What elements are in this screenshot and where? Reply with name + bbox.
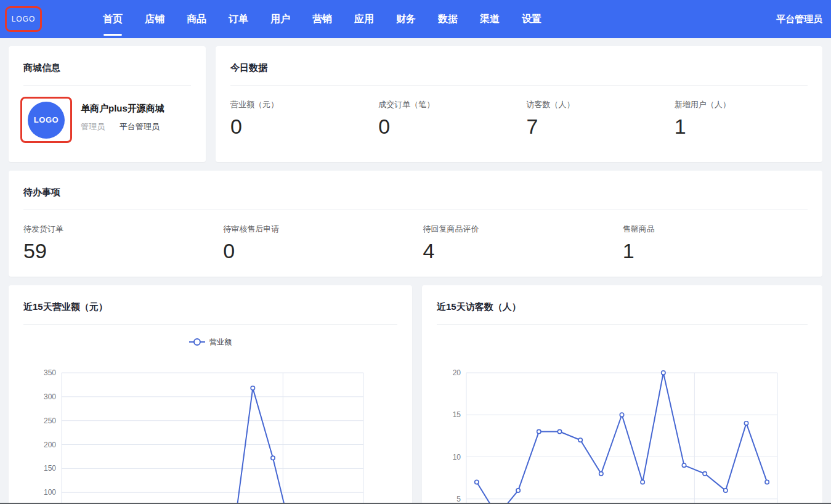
current-user-menu[interactable]: 平台管理员 (776, 0, 822, 38)
shop-logo: LOGO (28, 102, 65, 139)
divider (437, 324, 808, 325)
svg-text:350: 350 (44, 368, 56, 377)
stat-value: 1 (675, 116, 822, 137)
svg-text:5: 5 (456, 495, 461, 503)
stat-soldout-goods: 售罄商品 1 (623, 224, 822, 261)
nav-item-settings[interactable]: 设置 (522, 0, 541, 38)
app-logo[interactable]: LOGO (12, 15, 36, 23)
svg-text:20: 20 (453, 368, 461, 377)
nav-item-apps[interactable]: 应用 (354, 0, 374, 38)
role-value: 平台管理员 (120, 122, 160, 131)
shop-role-row: 管理员 平台管理员 (81, 121, 160, 132)
stat-value: 0 (378, 116, 526, 137)
legend-label: 营业额 (209, 337, 232, 348)
stat-orders: 成交订单（笔） 0 (378, 100, 526, 137)
visitors-chart-card: 近15天访客数（人） 05101520 (422, 285, 822, 504)
nav-item-goods[interactable]: 商品 (187, 0, 206, 38)
stat-label: 成交订单（笔） (378, 100, 526, 109)
todo-title: 待办事项 (9, 171, 822, 197)
stat-label: 营业额（元） (230, 100, 378, 109)
stat-value: 0 (223, 240, 423, 261)
stat-new-users: 新增用户（人） 1 (675, 100, 822, 137)
stat-value: 7 (527, 116, 675, 137)
nav-item-finance[interactable]: 财务 (396, 0, 416, 38)
turnover-chart-card: 近15天营业额（元） 营业额 050100150200250300350 (9, 285, 412, 504)
turnover-line-chart: 050100150200250300350 (9, 285, 412, 504)
role-label: 管理员 (81, 122, 105, 131)
nav-item-users[interactable]: 用户 (270, 0, 290, 38)
divider (23, 209, 808, 210)
svg-text:250: 250 (44, 417, 56, 425)
stat-visitors: 访客数（人） 7 (527, 100, 675, 137)
stat-label: 访客数（人） (527, 100, 675, 109)
today-stats: 营业额（元） 0 成交订单（笔） 0 访客数（人） 7 新增用户（人） 1 (216, 100, 822, 137)
chart-legend[interactable]: 营业额 (9, 336, 412, 348)
main-nav: 首页 店铺 商品 订单 用户 营销 应用 财务 数据 渠道 设置 (103, 0, 541, 38)
annotation-box-logo: LOGO (5, 6, 42, 32)
today-data-card: 今日数据 营业额（元） 0 成交订单（笔） 0 访客数（人） 7 新增用户（人）… (216, 46, 822, 162)
svg-text:10: 10 (453, 453, 461, 461)
shop-name: 单商户plus开源商城 (81, 103, 164, 115)
annotation-box-shop-logo: LOGO (20, 97, 72, 143)
stat-value: 1 (623, 240, 822, 261)
stat-label: 待发货订单 (23, 224, 223, 234)
svg-text:150: 150 (44, 464, 56, 473)
nav-item-data[interactable]: 数据 (438, 0, 458, 38)
divider (23, 85, 191, 86)
stat-value: 59 (23, 240, 223, 261)
stat-label: 新增用户（人） (675, 100, 822, 109)
stat-pending-shipment: 待发货订单 59 (23, 224, 223, 261)
nav-item-channels[interactable]: 渠道 (480, 0, 500, 38)
stat-value: 0 (230, 116, 378, 137)
stat-label: 待审核售后申请 (223, 224, 423, 234)
stat-turnover: 营业额（元） 0 (230, 100, 378, 137)
stat-pending-reviews: 待回复商品评价 4 (423, 224, 623, 261)
stat-label: 售罄商品 (623, 224, 822, 234)
stat-label: 待回复商品评价 (423, 224, 623, 234)
today-data-title: 今日数据 (216, 46, 822, 73)
svg-text:200: 200 (44, 441, 56, 449)
shop-info-card: 商城信息 LOGO 单商户plus开源商城 管理员 平台管理员 (9, 46, 206, 162)
divider (230, 85, 808, 86)
nav-item-home[interactable]: 首页 (103, 0, 123, 38)
svg-text:15: 15 (453, 410, 461, 419)
todo-card: 待办事项 待发货订单 59 待审核售后申请 0 待回复商品评价 4 售罄商品 1 (9, 171, 822, 277)
visitors-line-chart: 05101520 (422, 285, 822, 504)
turnover-chart-title: 近15天营业额（元） (9, 285, 412, 312)
nav-item-store[interactable]: 店铺 (145, 0, 164, 38)
nav-item-marketing[interactable]: 营销 (312, 0, 332, 38)
shop-info-title: 商城信息 (9, 46, 206, 73)
stat-pending-aftersales: 待审核售后申请 0 (223, 224, 423, 261)
todo-stats: 待发货订单 59 待审核售后申请 0 待回复商品评价 4 售罄商品 1 (9, 224, 822, 261)
visitors-chart-title: 近15天访客数（人） (422, 285, 822, 312)
line-series-legend-icon (189, 338, 205, 346)
top-navbar: LOGO 首页 店铺 商品 订单 用户 营销 应用 财务 数据 渠道 设置 平台… (0, 0, 831, 38)
divider (23, 324, 397, 325)
stat-value: 4 (423, 240, 623, 261)
nav-item-orders[interactable]: 订单 (229, 0, 248, 38)
svg-text:300: 300 (44, 392, 56, 401)
svg-text:100: 100 (44, 488, 56, 497)
